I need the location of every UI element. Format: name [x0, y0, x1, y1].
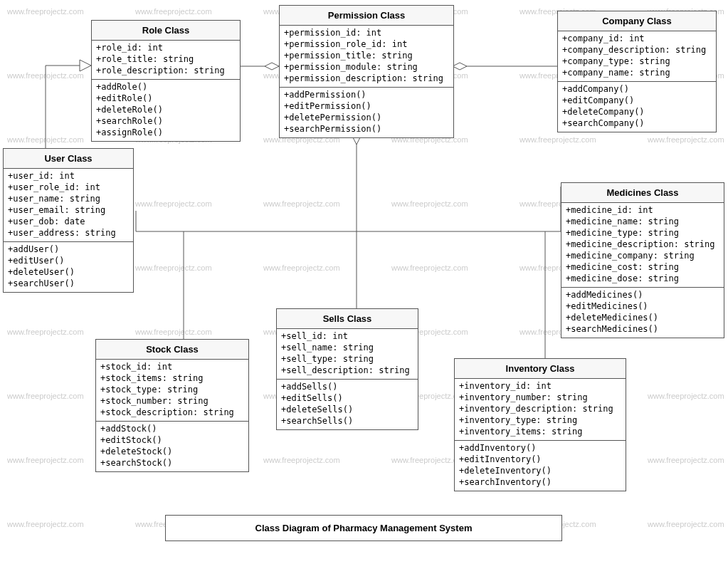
class-title: Company Class [558, 11, 716, 31]
uml-row: +inventory_number: string [459, 392, 621, 403]
uml-row: +editMedicines() [566, 301, 719, 312]
uml-row: +searchRole() [96, 115, 236, 127]
watermark-text: www.freeprojectz.com [7, 392, 84, 400]
uml-row: +addInventory() [459, 442, 621, 454]
uml-row: +stock_description: string [100, 407, 244, 418]
uml-row: +company_description: string [562, 44, 712, 56]
uml-row: +user_address: string [8, 227, 129, 239]
watermark-text: www.freeprojectz.com [648, 520, 724, 528]
watermark-text: www.freeprojectz.com [135, 199, 212, 208]
uml-row: +searchInventory() [459, 476, 621, 488]
watermark-text: www.freeprojectz.com [7, 456, 84, 464]
uml-row: +addRole() [96, 81, 236, 93]
class-inventory: Inventory Class +inventory_id: int+inven… [454, 358, 626, 491]
uml-row: +searchCompany() [562, 118, 712, 129]
uml-row: +medicine_id: int [566, 204, 719, 216]
class-medicines: Medicines Class +medicine_id: int+medici… [561, 182, 724, 338]
class-title: Role Class [92, 21, 240, 41]
uml-row: +permission_description: string [284, 73, 449, 84]
attrs: +inventory_id: int+inventory_number: str… [455, 379, 626, 441]
svg-marker-3 [453, 63, 467, 70]
uml-row: +company_id: int [562, 33, 712, 44]
diagram-title: Class Diagram of Pharmacy Management Sys… [165, 515, 562, 541]
uml-row: +editUser() [8, 255, 129, 266]
uml-row: +stock_number: string [100, 395, 244, 407]
ops: +addCompany()+editCompany()+deleteCompan… [558, 82, 716, 132]
ops: +addMedicines()+editMedicines()+deleteMe… [561, 288, 724, 338]
uml-row: +editPermission() [284, 100, 449, 112]
uml-row: +inventory_id: int [459, 380, 621, 392]
attrs: +stock_id: int+stock_items: string+stock… [96, 360, 248, 422]
uml-row: +permission_id: int [284, 27, 449, 38]
uml-row: +deleteRole() [96, 104, 236, 115]
uml-row: +user_id: int [8, 170, 129, 182]
attrs: +permission_id: int+permission_role_id: … [280, 26, 453, 88]
uml-row: +addUser() [8, 244, 129, 255]
watermark-text: www.freeprojectz.com [263, 263, 340, 272]
class-title: Medicines Class [561, 183, 724, 203]
uml-row: +addCompany() [562, 83, 712, 95]
uml-row: +searchStock() [100, 457, 244, 469]
uml-row: +medicine_cost: string [566, 261, 719, 273]
uml-row: +deletePermission() [284, 112, 449, 123]
class-role: Role Class +role_id: int+role_title: str… [91, 20, 241, 142]
uml-row: +sell_id: int [281, 330, 413, 342]
watermark-text: www.freeprojectz.com [391, 263, 468, 272]
uml-row: +role_id: int [96, 42, 236, 53]
uml-row: +inventory_items: string [459, 426, 621, 437]
uml-row: +medicine_type: string [566, 227, 719, 239]
uml-row: +addSells() [281, 381, 413, 392]
ops: +addStock()+editStock()+deleteStock()+se… [96, 422, 248, 471]
uml-row: +assignRole() [96, 127, 236, 138]
uml-row: +user_role_id: int [8, 182, 129, 193]
uml-row: +inventory_description: string [459, 403, 621, 414]
class-title: Permission Class [280, 6, 453, 26]
uml-row: +user_email: string [8, 204, 129, 216]
uml-row: +deleteMedicines() [566, 312, 719, 323]
uml-row: +editInventory() [459, 454, 621, 465]
uml-row: +medicine_dose: string [566, 273, 719, 284]
uml-row: +inventory_type: string [459, 414, 621, 426]
watermark-text: www.freeprojectz.com [135, 328, 212, 336]
uml-row: +role_description: string [96, 65, 236, 76]
watermark-text: www.freeprojectz.com [648, 135, 724, 144]
uml-row: +editStock() [100, 434, 244, 446]
watermark-text: www.freeprojectz.com [648, 392, 724, 400]
uml-row: +sell_name: string [281, 342, 413, 353]
class-sells: Sells Class +sell_id: int+sell_name: str… [276, 308, 418, 430]
attrs: +sell_id: int+sell_name: string+sell_typ… [277, 329, 418, 380]
attrs: +company_id: int+company_description: st… [558, 31, 716, 82]
uml-row: +editSells() [281, 392, 413, 404]
ops: +addSells()+editSells()+deleteSells()+se… [277, 380, 418, 429]
uml-row: +deleteInventory() [459, 465, 621, 476]
watermark-text: www.freeprojectz.com [135, 263, 212, 272]
uml-row: +stock_type: string [100, 384, 244, 395]
uml-row: +medicine_name: string [566, 216, 719, 227]
class-company: Company Class +company_id: int+company_d… [557, 11, 717, 132]
uml-row: +stock_items: string [100, 372, 244, 384]
watermark-text: www.freeprojectz.com [263, 456, 340, 464]
uml-row: +searchUser() [8, 278, 129, 289]
svg-marker-14 [80, 60, 91, 71]
watermark-text: www.freeprojectz.com [7, 520, 84, 528]
watermark-text: www.freeprojectz.com [648, 456, 724, 464]
uml-row: +searchSells() [281, 415, 413, 427]
uml-row: +editCompany() [562, 95, 712, 106]
ops: +addRole()+editRole()+deleteRole()+searc… [92, 80, 240, 141]
class-title: Inventory Class [455, 359, 626, 379]
uml-row: +searchPermission() [284, 123, 449, 135]
class-stock: Stock Class +stock_id: int+stock_items: … [95, 339, 249, 472]
uml-row: +deleteStock() [100, 446, 244, 457]
class-title: Stock Class [96, 340, 248, 360]
class-permission: Permission Class +permission_id: int+per… [279, 5, 454, 138]
watermark-text: www.freeprojectz.com [7, 7, 84, 16]
attrs: +medicine_id: int+medicine_name: string+… [561, 203, 724, 288]
attrs: +user_id: int+user_role_id: int+user_nam… [4, 169, 133, 242]
class-title: User Class [4, 149, 133, 169]
uml-row: +deleteSells() [281, 404, 413, 415]
ops: +addInventory()+editInventory()+deleteIn… [455, 441, 626, 491]
watermark-text: www.freeprojectz.com [7, 135, 84, 144]
uml-row: +medicine_company: string [566, 250, 719, 261]
watermark-text: www.freeprojectz.com [391, 199, 468, 208]
uml-row: +company_type: string [562, 56, 712, 67]
